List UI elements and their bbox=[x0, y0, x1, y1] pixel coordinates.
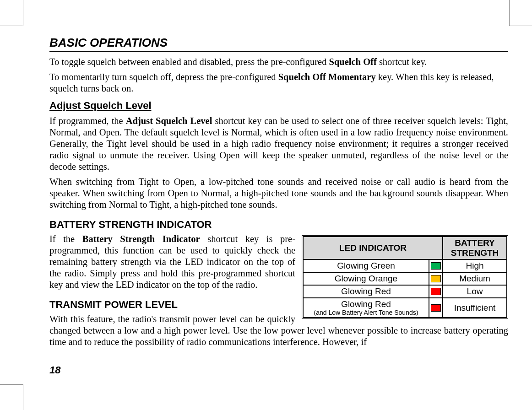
cell-swatch bbox=[429, 272, 443, 285]
table-row: Glowing Red Low bbox=[303, 285, 507, 298]
cell-led: Glowing Red bbox=[303, 285, 429, 298]
cell-led-main: Glowing Red bbox=[341, 299, 391, 309]
table-row: Glowing Orange Medium bbox=[303, 272, 507, 285]
paragraph: When switching from Tight to Open, a low… bbox=[49, 176, 508, 210]
page-content: BASIC OPERATIONS To toggle squelch betwe… bbox=[49, 36, 508, 351]
cell-led: Glowing Orange bbox=[303, 272, 429, 285]
paragraph: To momentarily turn squelch off, depress… bbox=[49, 71, 508, 94]
text: To toggle squelch between enabled and di… bbox=[49, 57, 329, 67]
cell-strength: Insufficient bbox=[443, 298, 507, 318]
crop-mark bbox=[509, 0, 510, 26]
color-swatch-red bbox=[431, 288, 441, 295]
crop-mark bbox=[0, 26, 23, 26]
header-led: LED INDICATOR bbox=[303, 237, 443, 259]
cell-swatch bbox=[429, 298, 443, 318]
table-header-row: LED INDICATOR BATTERY STRENGTH bbox=[303, 237, 507, 259]
cell-strength: Medium bbox=[443, 272, 507, 285]
crop-mark bbox=[23, 384, 23, 410]
color-swatch-red bbox=[431, 304, 441, 312]
bold-text: Battery Strength Indicator bbox=[82, 234, 200, 244]
sub-heading-adjust-squelch: Adjust Squelch Level bbox=[49, 100, 508, 112]
section-title: BASIC OPERATIONS bbox=[49, 36, 508, 52]
bold-text: Squelch Off bbox=[329, 57, 377, 67]
bold-text: Adjust Squelch Level bbox=[126, 116, 212, 126]
crop-mark bbox=[0, 384, 23, 385]
cell-led: Glowing Red (and Low Battery Alert Tone … bbox=[303, 298, 429, 318]
heading-battery: BATTERY STRENGTH INDICATOR bbox=[49, 219, 508, 231]
text: To momentarily turn squelch off, depress… bbox=[49, 72, 278, 82]
header-strength: BATTERY STRENGTH bbox=[443, 237, 507, 259]
cell-led: Glowing Green bbox=[303, 259, 429, 272]
paragraph: To toggle squelch between enabled and di… bbox=[49, 56, 508, 68]
text: shortcut key. bbox=[377, 57, 427, 67]
cell-swatch bbox=[429, 259, 443, 272]
table-row: Glowing Green High bbox=[303, 259, 507, 272]
cell-led-note: (and Low Battery Alert Tone Sounds) bbox=[306, 309, 426, 316]
battery-indicator-table: LED INDICATOR BATTERY STRENGTH Glowing G… bbox=[302, 235, 508, 319]
color-swatch-green bbox=[431, 262, 441, 270]
paragraph: If programmed, the Adjust Squelch Level … bbox=[49, 115, 508, 173]
crop-mark bbox=[509, 26, 532, 26]
text: If programmed, the bbox=[49, 116, 126, 126]
color-swatch-orange bbox=[431, 275, 441, 282]
cell-strength: Low bbox=[443, 285, 507, 298]
page-number: 18 bbox=[49, 364, 60, 376]
table-row: Glowing Red (and Low Battery Alert Tone … bbox=[303, 298, 507, 318]
cell-swatch bbox=[429, 285, 443, 298]
text: If the bbox=[49, 234, 82, 244]
bold-text: Squelch Off Momentary bbox=[278, 72, 376, 82]
crop-mark bbox=[23, 0, 23, 26]
cell-strength: High bbox=[443, 259, 507, 272]
